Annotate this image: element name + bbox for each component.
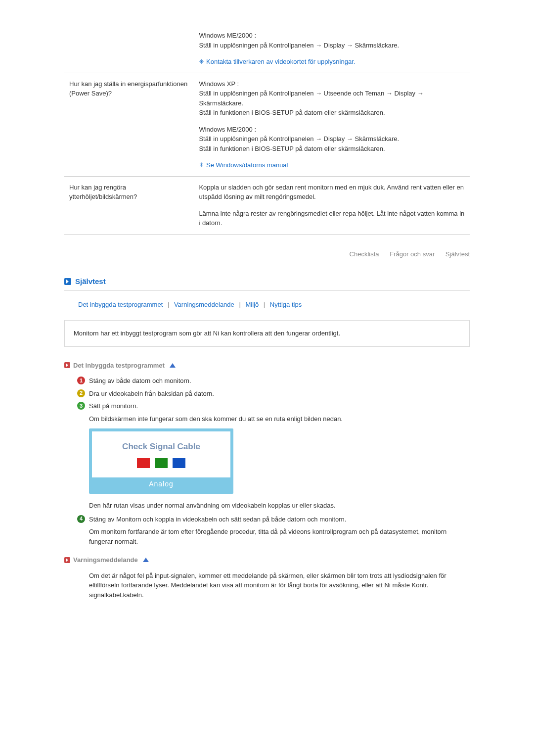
jump-link-selftest[interactable]: Självtest [445,250,470,258]
note-link[interactable]: Se Windows/datorns manual [199,160,465,170]
ilink-warning[interactable]: Varningsmeddelande [174,301,234,308]
step-4: 4 Stäng av Monitorn och koppla in videok… [77,515,470,547]
step-list-continued: 4 Stäng av Monitorn och koppla in videok… [64,515,470,547]
figure-footer: Analog [92,477,230,491]
bullet-icon [64,557,70,563]
answer-block: Lämna inte några rester av rengöringsmed… [199,209,465,228]
note-link[interactable]: Kontakta tillverkaren av videokortet för… [199,57,465,67]
faq-question-cell: Hur kan jag ställa in energisparfunktion… [64,73,194,176]
step-number-icon: 3 [77,402,85,410]
faq-answer-cell: Koppla ur sladden och gör sedan rent mon… [194,176,470,234]
step-number-icon: 4 [77,515,85,523]
subheading-warning: Varningsmeddelande [64,555,470,565]
jump-link-faq[interactable]: Frågor och svar [390,250,435,258]
figure-title: Check Signal Cable [97,440,225,453]
subheading-testprogram: Det inbyggda testprogrammet [64,361,470,371]
faq-question-cell: Hur kan jag rengöra ytterhöljet/bildskär… [64,176,194,234]
separator: | [239,301,240,308]
ilink-environment[interactable]: Miljö [245,301,259,308]
answer-block: Windows ME/2000 : Ställ in upplösningen … [199,125,465,154]
step-text: Stäng av Monitorn och koppla in videokab… [89,516,346,523]
divider [64,290,470,291]
step-text: Om monitorn fortfarande är tom efter för… [89,527,470,546]
separator: | [168,301,169,308]
step-1: 1 Stäng av både datorn och monitorn. [77,376,470,386]
step-text: Om bildskärmen inte fungerar som den ska… [89,414,470,424]
faq-answer-cell: Windows XP : Ställ in upplösningen på Ko… [194,73,470,176]
step-text: Dra ur videokabeln från baksidan på dato… [89,389,470,399]
separator: | [264,301,265,308]
step-3: 3 Sätt på monitorn. Om bildskärmen inte … [77,401,470,424]
scroll-top-icon[interactable] [143,558,149,562]
arrow-icon [64,278,71,285]
section-title: Självtest [75,276,106,287]
subheading-label: Det inbyggda testprogrammet [73,361,165,371]
answer-block: Windows XP : Ställ in upplösningen på Ko… [199,79,465,118]
blue-square-icon [173,458,185,468]
faq-table: Windows ME/2000 : Ställ in upplösningen … [64,25,470,235]
table-row: Hur kan jag rengöra ytterhöljet/bildskär… [64,176,470,234]
answer-block: Windows ME/2000 : Ställ in upplösningen … [199,31,465,50]
step-2: 2 Dra ur videokabeln från baksidan på da… [77,389,470,399]
table-row: Windows ME/2000 : Ställ in upplösningen … [64,25,470,73]
jump-link-checklist[interactable]: Checklista [350,250,379,258]
faq-answer-cell: Windows ME/2000 : Ställ in upplösningen … [194,25,470,73]
section-heading-selftest: Självtest [64,276,470,287]
info-box: Monitorn har ett inbyggt testprogram som… [64,320,470,347]
step-text: Sätt på monitorn. [89,402,138,410]
bullet-icon [64,362,70,368]
table-row: Hur kan jag ställa in energisparfunktion… [64,73,470,176]
scroll-top-icon[interactable] [170,363,176,368]
internal-links: Det inbyggda testprogrammet | Varningsme… [64,300,470,310]
answer-block: Koppla ur sladden och gör sedan rent mon… [199,183,465,202]
jump-nav: Checklista Frågor och svar Självtest [64,249,470,259]
ilink-tips[interactable]: Nyttiga tips [270,301,302,308]
check-signal-cable-figure: Check Signal Cable Analog [89,428,233,494]
step-number-icon: 1 [77,377,85,384]
figure-caption: Den här rutan visas under normal användn… [64,501,470,511]
step-text: Stäng av både datorn och monitorn. [89,376,470,386]
warning-text: Om det är något fel på input-signalen, k… [64,571,470,600]
step-number-icon: 2 [77,389,85,397]
green-square-icon [155,458,168,468]
faq-question-cell [64,25,194,73]
step-list: 1 Stäng av både datorn och monitorn. 2 D… [64,376,470,424]
red-square-icon [137,458,150,468]
ilink-testprogram[interactable]: Det inbyggda testprogrammet [78,301,163,308]
subheading-label: Varningsmeddelande [73,555,138,565]
document-page: Windows ME/2000 : Ställ in upplösningen … [64,0,470,703]
